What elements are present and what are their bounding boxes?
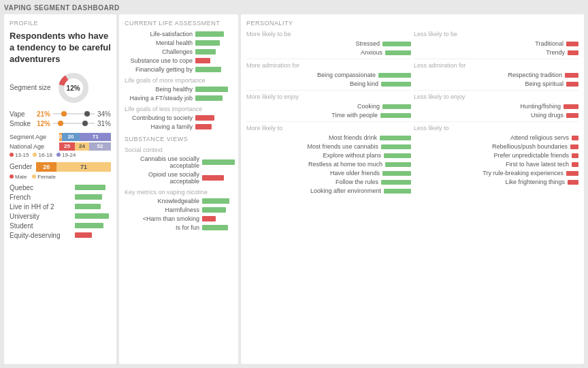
personality-bar [572, 153, 578, 158]
personality-label: Looking after environment [246, 187, 381, 194]
personality-label: Being kind [246, 80, 378, 87]
metric-bar [195, 87, 228, 92]
gender-female-seg: 71 [56, 162, 111, 172]
nat-age-24: 24 [79, 143, 85, 149]
life-metrics: Life-satisfactionMental healthChallenges… [125, 31, 233, 73]
less-admiration: Respecting traditionBeing spiritual [414, 72, 578, 87]
personality-label: Attend religious servs [414, 134, 569, 141]
less-enjoy-title: Less likely to enjoy [414, 93, 578, 100]
personality-metric-row: Try rule-breaking experiences [414, 170, 578, 177]
less-enjoy: Hunting/fishingUsing drugs [414, 103, 578, 119]
substance-metric-row: Cannabis use socially acceptable [125, 155, 233, 169]
segment-size-row: Segment size 12% [10, 71, 111, 105]
vape-smoke-section: Vape 21% 34% Smoke 12% [10, 110, 111, 127]
social-metrics: Cannabis use socially acceptableOpioid u… [125, 155, 233, 185]
metric-label: Having a family [125, 123, 193, 130]
personality-title: PERSONALITY [246, 20, 578, 27]
personality-metric-row: Like frightening things [414, 179, 578, 185]
metric-label: Contributing to society [125, 114, 193, 121]
more-enjoy-title: More likely to enjoy [246, 93, 411, 100]
personality-metric-row: Hunting/fishing [414, 103, 578, 110]
less-admiration-title: Less admiration for [414, 62, 578, 69]
gender-section: Gender 26 71 Male Female [10, 162, 111, 180]
personality-label: Time with people [246, 112, 378, 119]
legend-13-15: 13-15 [10, 152, 29, 158]
region-equity: Equity-deserving [10, 232, 111, 239]
profile-title: PROFILE [10, 20, 111, 27]
personality-bar [570, 144, 578, 149]
social-context-title: Social context [125, 147, 233, 153]
personality-label: Like frightening things [414, 179, 565, 185]
personality-metric-row: Most friends use cannabis [246, 143, 411, 150]
metric-bar [195, 58, 210, 63]
smoke-label: Smoke [10, 120, 34, 127]
vaping-label: Harmfulness [125, 206, 199, 213]
vape-pct-right: 34% [97, 110, 111, 118]
more-enjoy: CookingTime with people [246, 103, 411, 119]
personality-bar [385, 50, 411, 55]
personality-metric-row: Time with people [246, 112, 411, 119]
national-age-label: National Age [10, 143, 57, 150]
personality-metric-row: Have older friends [246, 170, 411, 177]
personality-bar [572, 162, 578, 167]
nat-age-25: 25 [64, 143, 70, 149]
vaping-bar [202, 198, 229, 204]
gender-legend: Male Female [10, 174, 111, 180]
gender-label: Gender [10, 163, 33, 170]
personality-bar [380, 113, 411, 118]
metric-bar [195, 124, 212, 129]
personality-bar [381, 180, 411, 185]
life-panel: CURRENT LIFE ASSESSMENT Life-satisfactio… [119, 14, 238, 364]
personality-bar [381, 144, 411, 149]
less-likely-be-title: Less likely to be [414, 31, 578, 37]
vape-row: Vape 21% 34% [10, 110, 111, 118]
vaping-bar [202, 216, 216, 221]
more-admiration: Being compassionateBeing kind [246, 72, 411, 87]
life-title: CURRENT LIFE ASSESSMENT [125, 20, 233, 27]
personality-metric-row: Looking after environment [246, 187, 411, 194]
vaping-label: Knowledgeable [125, 198, 199, 204]
personality-bar [385, 162, 411, 167]
metric-row: Being healthy [125, 86, 233, 93]
more-likely: Most friends drinkMost friends use canna… [246, 134, 411, 194]
profile-panel: PROFILE Respondents who have a tendency … [4, 14, 116, 364]
smoke-pct-right: 31% [97, 120, 111, 127]
personality-bar [566, 113, 578, 118]
personality-label: Using drugs [414, 112, 564, 119]
metric-label: Financially getting by [125, 66, 193, 73]
vaping-metric-row: Knowledgeable [125, 198, 233, 204]
segment-pct: 12% [67, 84, 80, 91]
personality-metric-row: Most friends drink [246, 134, 411, 141]
seg-age-71: 71 [93, 134, 99, 140]
personality-metric-row: Traditional [414, 40, 578, 47]
personality-label: Most friends drink [246, 134, 377, 141]
metric-bar [195, 31, 224, 37]
segment-age-label: Segment Age [10, 134, 57, 140]
less-likely-title: Less likely to [414, 125, 578, 132]
personality-metric-row: Respecting tradition [414, 72, 578, 78]
personality-bar [566, 171, 578, 176]
personality-metric-row: Stressed [246, 40, 411, 47]
vaping-bar [202, 225, 228, 230]
personality-metric-row: Prefer unpredictable friends [414, 152, 578, 159]
metric-row: Substance use to cope [125, 57, 233, 64]
goals-less: Contributing to societyHaving a family [125, 114, 233, 130]
personality-metric-row: Cooking [246, 103, 411, 110]
substance-bar [202, 159, 235, 165]
less-likely-col: Less likely to be TraditionalTrendy Less… [414, 31, 578, 358]
vaping-metric-row: Is for fun [125, 224, 233, 231]
metric-row: Mental health [125, 40, 233, 46]
personality-label: First to have latest tech [414, 161, 569, 168]
vape-label: Vape [10, 110, 34, 118]
personality-metric-row: First to have latest tech [414, 161, 578, 168]
personality-bar [566, 82, 578, 87]
metric-bar [195, 40, 220, 46]
personality-label: Respecting tradition [414, 72, 562, 78]
metric-row: Contributing to society [125, 114, 233, 121]
legend-female: Female [32, 174, 56, 180]
metric-row: Having a FT/steady job [125, 95, 233, 102]
personality-bar [384, 189, 411, 194]
metric-row: Having a family [125, 123, 233, 130]
personality-label: Being spiritual [414, 80, 564, 87]
personality-metric-row: Restless at home too much [246, 161, 411, 168]
